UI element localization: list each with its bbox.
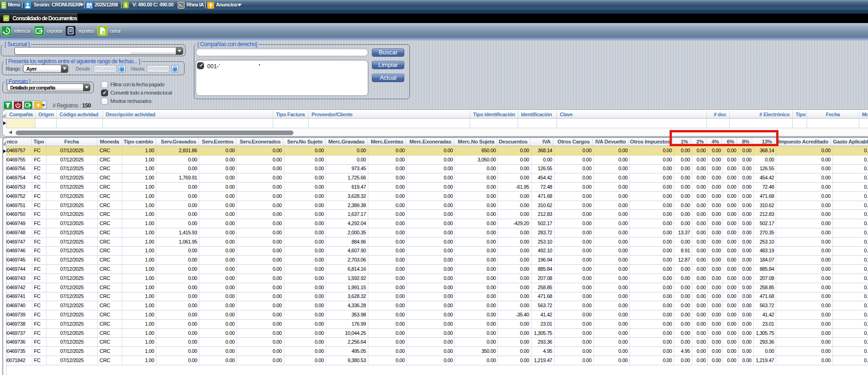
svg-text:$: $ (124, 2, 127, 8)
